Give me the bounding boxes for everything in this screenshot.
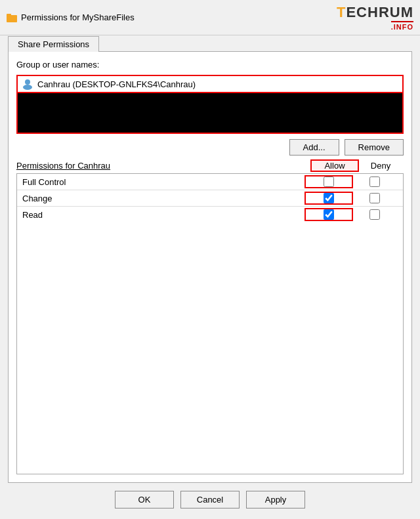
perm-read-label: Read [22, 210, 306, 220]
svg-point-3 [23, 85, 32, 90]
add-button[interactable]: Add... [289, 139, 339, 156]
tab-share-permissions[interactable]: Share Permissions [8, 36, 99, 52]
change-deny-cell [352, 193, 398, 203]
svg-point-2 [25, 79, 30, 85]
fullcontrol-deny-checkbox[interactable] [369, 176, 380, 187]
title-text: Permissions for MyShareFiles [21, 12, 135, 22]
perm-row-read: Read [17, 207, 403, 222]
read-allow-checkbox-wrap[interactable] [324, 209, 334, 220]
svg-rect-1 [7, 14, 11, 16]
permissions-section: Permissions for Canhrau Allow Deny Full … [16, 161, 404, 474]
permissions-table: Full Control Change [16, 173, 404, 474]
read-deny-checkbox[interactable] [369, 209, 380, 220]
tab-content: Group or user names: Canhrau (DESKTOP-GN… [8, 51, 412, 483]
group-user-label: Group or user names: [16, 60, 404, 70]
user-item-label: Canhrau (DESKTOP-GNLFKS4\Canhrau) [37, 79, 196, 89]
deny-column-header: Deny [358, 161, 404, 171]
add-remove-row: Add... Remove [16, 139, 404, 156]
read-deny-checkbox-wrap[interactable] [369, 209, 380, 220]
perm-change-label: Change [22, 194, 306, 203]
change-allow-checkbox-wrap[interactable] [324, 193, 334, 203]
logo-info: .INFO [391, 21, 413, 31]
apply-button[interactable]: Apply [246, 491, 305, 509]
perm-row-change: Change [17, 190, 403, 207]
fullcontrol-allow-checkbox[interactable] [324, 176, 334, 187]
logo-techrum: TECHRUM [337, 4, 413, 21]
deny-header-text: Deny [371, 161, 390, 171]
redacted-area [18, 93, 402, 133]
remove-button[interactable]: Remove [345, 139, 404, 156]
read-deny-cell [352, 209, 398, 220]
logo-t: T [337, 4, 346, 20]
change-deny-checkbox[interactable] [369, 193, 380, 203]
user-icon [22, 78, 33, 90]
ok-button[interactable]: OK [115, 491, 174, 509]
read-allow-checkbox[interactable] [324, 209, 334, 220]
fullcontrol-deny-checkbox-wrap[interactable] [369, 176, 380, 187]
change-allow-checkbox[interactable] [324, 193, 334, 203]
read-allow-cell [306, 209, 352, 220]
permissions-header-label: Permissions for Canhrau [16, 161, 312, 171]
logo-rest: ECHRUM [346, 4, 413, 20]
cancel-button[interactable]: Cancel [180, 491, 240, 509]
allow-header-text: Allow [324, 161, 345, 171]
permissions-header-row: Permissions for Canhrau Allow Deny [16, 161, 404, 173]
fullcontrol-deny-cell [352, 176, 398, 187]
allow-column-header: Allow [312, 161, 358, 171]
folder-icon [7, 12, 17, 23]
perm-row-fullcontrol: Full Control [17, 174, 403, 190]
user-list-outer: Canhrau (DESKTOP-GNLFKS4\Canhrau) [16, 75, 404, 134]
fullcontrol-allow-cell [306, 176, 352, 187]
perm-fullcontrol-label: Full Control [22, 177, 306, 187]
fullcontrol-allow-checkbox-wrap[interactable] [324, 176, 334, 187]
change-allow-cell [306, 193, 352, 203]
tab-bar: Share Permissions [8, 35, 412, 51]
user-item-selected[interactable]: Canhrau (DESKTOP-GNLFKS4\Canhrau) [18, 76, 402, 92]
change-deny-checkbox-wrap[interactable] [369, 193, 380, 203]
bottom-buttons: OK Cancel Apply [8, 483, 412, 511]
dialog-body: Share Permissions Group or user names: C… [0, 35, 420, 519]
logo-area: TECHRUM .INFO [337, 4, 413, 31]
title-bar: Permissions for MyShareFiles TECHRUM .IN… [0, 0, 420, 35]
